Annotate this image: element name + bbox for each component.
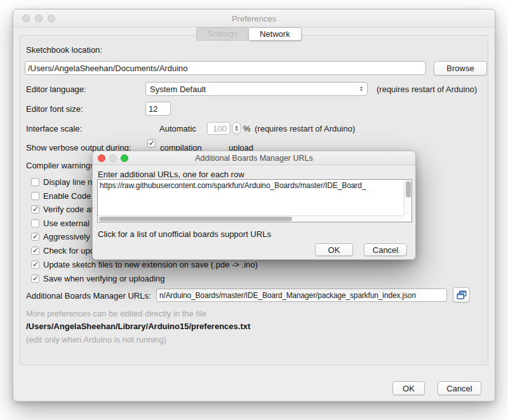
checkbox-label: Save when verifying or uploading [43, 274, 165, 283]
more-preferences-text: More preferences can be edited directly … [26, 309, 206, 318]
chevron-up-down-icon: ▲▼ [359, 86, 363, 92]
urls-textarea[interactable]: https://raw.githubusercontent.com/sparkf… [97, 179, 412, 222]
aggressively-cache-checkbox[interactable] [31, 233, 39, 241]
dialog-prompt: Enter additional URLs, one for each row [98, 170, 244, 179]
boards-manager-urls-input[interactable] [156, 288, 447, 302]
save-when-verifying-checkbox[interactable] [31, 274, 39, 283]
interface-scale-label: Interface scale: [26, 124, 82, 133]
vertical-scrollbar-thumb[interactable] [406, 181, 411, 198]
percent-sign: % [243, 124, 251, 133]
copy-windows-icon [457, 290, 467, 300]
editor-language-select[interactable]: System Default ▲▼ [145, 82, 368, 96]
editor-language-label: Editor language: [26, 85, 86, 94]
update-sketch-files-checkbox[interactable] [31, 261, 39, 269]
checkbox-row: Save when verifying or uploading [31, 274, 165, 283]
horizontal-scrollbar-thumb[interactable] [99, 217, 292, 221]
dialog-ok-button[interactable]: OK [315, 243, 353, 256]
preferences-cancel-button[interactable]: Cancel [438, 381, 481, 395]
horizontal-scrollbar[interactable] [98, 215, 404, 222]
preferences-tabs: Settings Network [196, 27, 302, 41]
open-urls-dialog-button[interactable] [453, 287, 470, 302]
editor-font-size-input[interactable] [145, 102, 171, 116]
tab-settings[interactable]: Settings [196, 27, 248, 41]
desktop: Preferences Settings Network Sketchbook … [0, 0, 508, 420]
checkbox-label: Update sketch files to new extension on … [43, 260, 258, 269]
sketchbook-location-label: Sketchbook location: [26, 45, 102, 55]
browse-button[interactable]: Browse [434, 61, 487, 76]
checkbox-row: Update sketch files to new extension on … [31, 260, 258, 269]
dialog-titlebar[interactable]: Additional Boards Manager URLs [93, 151, 415, 165]
enable-code-folding-checkbox[interactable] [31, 192, 39, 200]
dialog-cancel-button[interactable]: Cancel [364, 243, 407, 256]
editor-language-value: System Default [150, 85, 206, 94]
editor-language-note: (requires restart of Arduino) [377, 85, 477, 94]
verify-after-upload-checkbox[interactable] [31, 205, 39, 213]
window-title: Preferences [13, 14, 495, 24]
boards-manager-urls-label: Additional Boards Manager URLs: [26, 291, 151, 301]
compiler-warnings-label: Compiler warnings: [26, 161, 97, 170]
sketchbook-location-input[interactable] [25, 61, 426, 75]
window-titlebar[interactable]: Preferences [13, 10, 495, 27]
use-external-editor-checkbox[interactable] [31, 219, 39, 227]
vertical-scrollbar[interactable] [404, 180, 411, 215]
interface-scale-note: (requires restart of Arduino) [255, 124, 355, 133]
check-updates-checkbox[interactable] [31, 247, 39, 255]
automatic-checkbox[interactable] [147, 139, 156, 147]
scale-percent-input[interactable] [207, 122, 230, 135]
tab-network[interactable]: Network [248, 27, 302, 41]
display-line-numbers-checkbox[interactable] [31, 178, 39, 186]
preferences-file-path: /Users/AngelaSheehan/Library/Arduino15/p… [26, 322, 250, 331]
dialog-title: Additional Boards Manager URLs [93, 154, 415, 163]
automatic-label: Automatic [159, 124, 196, 133]
edit-only-note: (edit only when Arduino is not running) [26, 335, 166, 344]
preferences-ok-button[interactable]: OK [392, 381, 425, 395]
scale-stepper[interactable]: ▲▼ [232, 122, 241, 135]
boards-manager-dialog: Additional Boards Manager URLs Enter add… [92, 151, 416, 260]
unofficial-boards-link[interactable]: Click for a list of unofficial boards su… [98, 229, 271, 239]
editor-font-size-label: Editor font size: [26, 104, 83, 114]
url-text: https://raw.githubusercontent.com/sparkf… [100, 181, 403, 190]
